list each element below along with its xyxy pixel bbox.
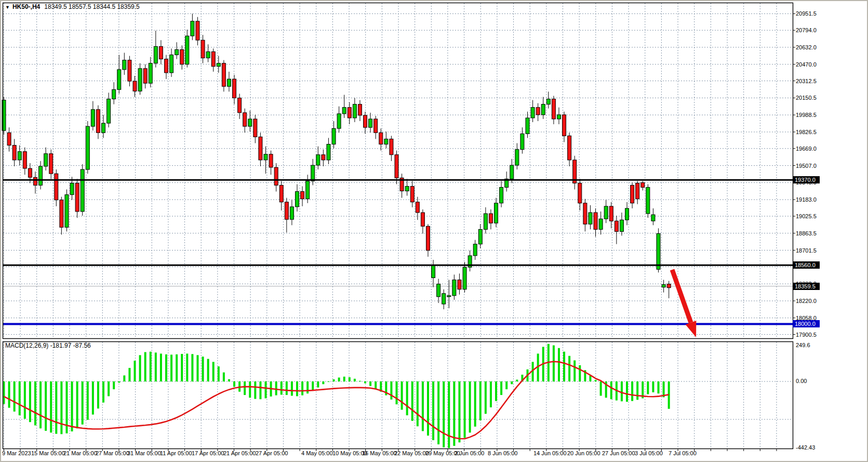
time-axis-label: 20 Jun 05:00 [567, 450, 600, 456]
time-axis-label: 4 May 05:00 [301, 450, 333, 456]
time-axis-label: 2 Jun 05:00 [455, 450, 485, 456]
price-axis-label: 20470.0 [796, 61, 817, 68]
price-axis-label: 18220.0 [796, 298, 817, 304]
price-axis-label: 19988.5 [796, 112, 817, 118]
price-axis-label: 19025.5 [796, 213, 817, 219]
price-axis-label: 18863.5 [796, 230, 817, 236]
chart-title: ▼HK50-,H418349.5 18557.5 18344.5 18359.5 [5, 3, 140, 10]
down-arrow-annotation[interactable] [672, 270, 696, 337]
price-axis-label: 20312.5 [796, 78, 817, 84]
axis-ticks [4, 14, 795, 451]
price-axis-label: 17900.5 [796, 332, 817, 338]
price-axis-label: 20951.5 [796, 10, 817, 17]
price-axis-label: 19826.5 [796, 129, 817, 135]
time-axis-label: 16 May 05:00 [362, 450, 397, 456]
price-axis-label: 18701.5 [796, 247, 817, 254]
symbol-dropdown-icon[interactable]: ▼ [5, 5, 10, 10]
time-axis-label: 27 Apr 05:00 [256, 450, 288, 456]
time-axis-label: 22 May 05:00 [394, 450, 429, 456]
time-axis-label: 31 Mar 05:00 [127, 450, 161, 456]
time-axis-label: 27 Mar 05:00 [96, 450, 129, 456]
macd-indicator-label: MACD(12,26,9) -181.97 -87.56 [5, 342, 91, 349]
time-axis-label: 27 Jun 05:00 [602, 450, 635, 456]
price-axis-label: 20794.0 [796, 27, 817, 33]
ohlc-readout: 18349.5 18557.5 18344.5 18359.5 [44, 3, 140, 10]
time-axis-label: 9 Mar 2023 [2, 450, 31, 456]
price-badge: 18359.5 [793, 283, 820, 290]
macd-scale-zero: 0.00 [796, 378, 807, 384]
macd-scale-min: -442.43 [796, 444, 815, 451]
time-axis-label: 3 Jul 05:00 [635, 450, 663, 456]
time-axis-label: 8 Jun 05:00 [488, 450, 518, 456]
macd-pane-border [3, 342, 793, 449]
price-badge: 19370.0 [793, 176, 820, 183]
chart-window: ▼HK50-,H418349.5 18557.5 18344.5 18359.5… [0, 0, 868, 462]
time-axis-label: 21 Apr 05:00 [223, 450, 256, 456]
time-axis-label: 17 Apr 05:00 [192, 450, 224, 456]
symbol-period-label: HK50-,H4 [12, 3, 40, 10]
price-badge: 18560.0 [793, 261, 820, 269]
price-axis-label: 19669.0 [796, 146, 817, 152]
price-badge: 18000.0 [793, 320, 820, 327]
macd-histogram [3, 344, 670, 448]
price-axis-label: 19507.0 [796, 163, 817, 169]
grid [3, 3, 793, 448]
chart-canvas[interactable] [1, 1, 868, 462]
time-axis-label: 21 Mar 05:00 [63, 450, 97, 456]
time-axis-label: 15 Mar 05:00 [31, 450, 65, 456]
macd-scale-max: 249.6 [796, 342, 810, 348]
time-axis-label: 7 Jul 05:00 [669, 450, 697, 456]
time-axis-label: 11 Apr 05:00 [160, 450, 192, 456]
price-axis-label: 20632.0 [796, 44, 817, 50]
time-axis-label: 14 Jun 05:00 [533, 450, 567, 456]
price-axis-label: 19183.0 [796, 196, 817, 203]
price-axis-label: 20150.5 [796, 95, 817, 101]
